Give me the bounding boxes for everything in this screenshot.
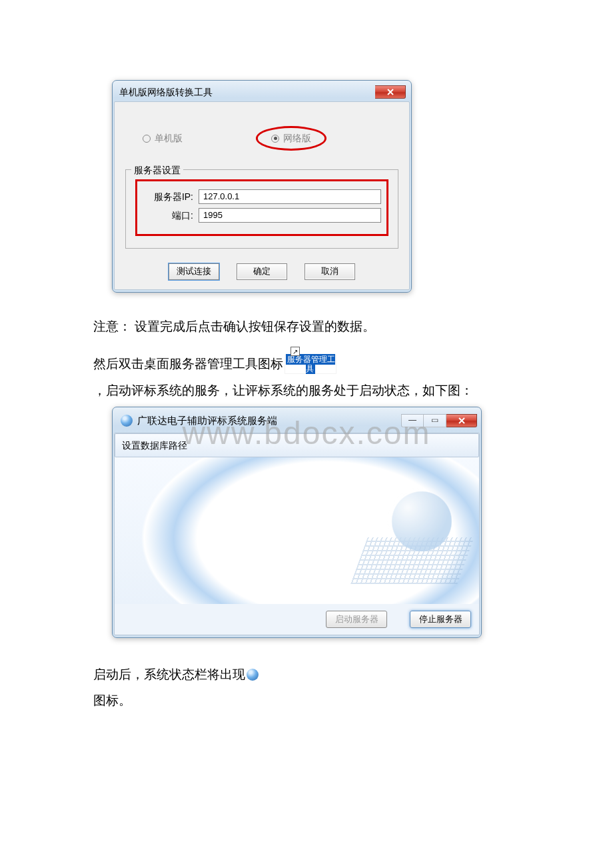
minimize-button[interactable]: — (401, 414, 424, 427)
window-title: 单机版网络版转换工具 (119, 85, 213, 99)
note-text: 注意： 设置完成后点击确认按钮保存设置的数据。 (93, 317, 520, 337)
radio-standalone[interactable]: 单机版 (143, 131, 183, 145)
highlight-box: 服务器IP: 127.0.0.1 端口: 1995 (135, 179, 388, 236)
port-label: 端口: (143, 208, 193, 223)
ok-button[interactable]: 确定 (237, 263, 287, 280)
radio-network[interactable]: 网络版 (271, 131, 311, 145)
close-button[interactable] (375, 85, 406, 99)
close-button[interactable] (446, 414, 477, 427)
shortcut-label: 服务器管理工具 (286, 354, 335, 374)
tray-globe-icon (247, 669, 259, 681)
group-title: 服务器设置 (131, 163, 183, 177)
highlight-ellipse: 网络版 (256, 126, 326, 150)
desktop-icon-text: 然后双击桌面服务器管理工具图标 (93, 357, 283, 371)
start-server-button[interactable]: 启动服务器 (326, 611, 387, 628)
test-connection-button[interactable]: 测试连接 (169, 263, 219, 280)
shortcut-arrow-icon: ↗ (291, 347, 300, 356)
radio-icon (143, 135, 151, 143)
start-service-text: ，启动评标系统的服务，让评标系统的服务处于启动状态，如下图： (93, 381, 520, 401)
port-input[interactable]: 1995 (199, 208, 381, 223)
server-tool-window: 广联达电子辅助评标系统服务端 — ▭ 设置数据库路径 启动服务器 停止服务器 (112, 407, 482, 638)
background-graphic (115, 457, 479, 604)
server-settings-group: 服务器设置 服务器IP: 127.0.0.1 端口: 1995 (125, 169, 398, 249)
globe-icon (121, 415, 133, 427)
server-tool-shortcut[interactable]: ↗ 服务器管理工具 (285, 355, 336, 375)
radio-network-label: 网络版 (283, 131, 311, 145)
stop-server-button[interactable]: 停止服务器 (410, 611, 471, 628)
server-ip-label: 服务器IP: (143, 189, 193, 204)
tray-text: 启动后，系统状态栏将出现 (93, 667, 245, 681)
server-ip-input[interactable]: 127.0.0.1 (199, 189, 381, 204)
window-title: 广联达电子辅助评标系统服务端 (137, 413, 277, 429)
conversion-tool-window: 单机版网络版转换工具 单机版 网络版 服务器设置 服务器IP (112, 80, 412, 293)
cancel-button[interactable]: 取消 (305, 263, 355, 280)
maximize-button[interactable]: ▭ (424, 414, 446, 427)
icon-word: 图标。 (93, 691, 520, 711)
menu-set-db-path[interactable]: 设置数据库路径 (122, 440, 187, 451)
radio-icon (271, 135, 279, 143)
radio-standalone-label: 单机版 (155, 131, 183, 145)
